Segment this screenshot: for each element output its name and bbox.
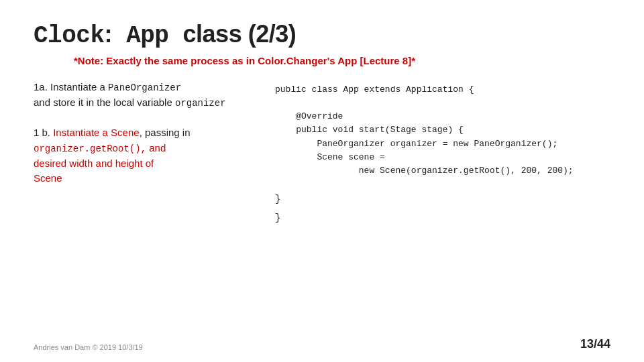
title-part3: class (2/3) [183,20,297,48]
step-1b-mid: and [149,142,166,154]
right-panel: public class App extends Application { @… [275,80,610,227]
step-1b-mono1: organizer.getRoot(), [34,143,146,154]
code-block: public class App extends Application { @… [275,83,610,178]
left-panel: 1a. Instantiate a PaneOrganizer and stor… [34,80,262,227]
step-1a-mono2: organizer [175,98,226,109]
code-line5: PaneOrganizer organizer = new PaneOrgani… [275,139,557,149]
title-part1: Clock [34,22,105,50]
closing-brace-2: } [275,208,610,227]
step-1a-mono1: PaneOrganizer [108,82,181,93]
code-line6: Scene scene = [275,152,385,162]
slide-title: Clock: App class (2/3) [34,20,610,50]
step-1a-label: 1a. [34,81,48,93]
code-line3: @Override [275,111,343,121]
code-line4: public void start(Stage stage) { [275,125,464,135]
slide: Clock: App class (2/3) *Note: Exactly th… [0,0,644,362]
code-line1: public class App extends Application { [275,84,474,95]
subtitle: *Note: Exactly the same process as in Co… [74,55,610,66]
content-area: 1a. Instantiate a PaneOrganizer and stor… [34,80,610,227]
code-line7: new Scene(organizer.getRoot(), 200, 200)… [275,166,574,176]
step-1b: 1 b. Instantiate a Scene, passing in org… [34,125,262,186]
step-1a: 1a. Instantiate a PaneOrganizer and stor… [34,80,262,111]
step-1a-text: 1a. Instantiate a PaneOrganizer and stor… [34,80,262,111]
step-1b-before: Instantiate a Scene [53,127,139,138]
step-1b-label: 1 b. [34,127,50,138]
title-part2: App [112,22,183,50]
closing-brace-1: } [275,190,610,208]
step-1a-before: Instantiate a [50,81,108,93]
author-credit: Andries van Dam © 2019 10/3/19 [34,343,143,351]
step-1b-text: 1 b. Instantiate a Scene, passing in org… [34,125,262,186]
step-1b-comma: , passing in [140,127,191,138]
page-number: 13/44 [580,337,610,351]
step-1b-scene: Scene [34,172,62,184]
closing-braces: } } [275,190,610,227]
footer: Andries van Dam © 2019 10/3/19 13/44 [0,337,644,351]
step-1b-after: desired width and height of [34,158,154,169]
step-1a-mid: and store it in the local variable [34,97,175,108]
title-colon: : [105,20,113,48]
